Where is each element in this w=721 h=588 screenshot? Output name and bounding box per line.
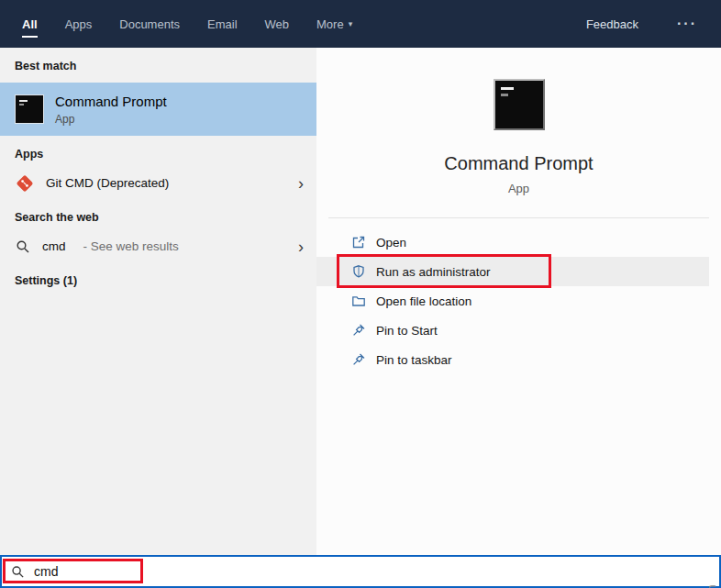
result-git-cmd[interactable]: Git CMD (Deprecated) › <box>0 167 316 199</box>
settings-section-header: Settings (1) <box>0 262 316 294</box>
search-input[interactable] <box>34 564 236 579</box>
tab-all-label: All <box>22 17 38 31</box>
web-suffix-label: - See web results <box>83 239 179 253</box>
tab-all[interactable]: All <box>22 11 38 38</box>
pin-icon <box>351 352 366 367</box>
search-filter-bar: All Apps Documents Email Web More ▾ Feed… <box>0 0 721 48</box>
action-run-as-administrator[interactable]: Run as administrator <box>316 257 709 286</box>
tab-web-label: Web <box>265 17 290 31</box>
open-icon <box>351 235 366 250</box>
command-prompt-icon <box>15 94 44 124</box>
chevron-down-icon: ▾ <box>349 19 353 28</box>
detail-panel: Command Prompt App Open <box>316 48 721 555</box>
best-match-subtitle: App <box>55 113 167 126</box>
shield-icon <box>351 264 366 279</box>
action-pin-to-taskbar-label: Pin to taskbar <box>376 353 452 367</box>
action-pin-to-start-label: Pin to Start <box>376 324 438 338</box>
tab-email-label: Email <box>207 17 238 31</box>
divider <box>328 217 709 218</box>
best-match-text: Command Prompt App <box>55 94 167 126</box>
filter-tabs: All Apps Documents Email Web More ▾ <box>22 0 352 48</box>
search-icon <box>11 565 25 579</box>
action-open-file-location-label: Open file location <box>376 294 471 308</box>
tab-apps-label: Apps <box>65 17 93 31</box>
tab-apps[interactable]: Apps <box>65 11 93 38</box>
results-panel: Best match Command Prompt App Apps <box>0 48 316 555</box>
web-section-header: Search the web <box>0 199 316 230</box>
best-match-title: Command Prompt <box>55 94 167 109</box>
folder-icon <box>351 294 366 308</box>
action-open-label: Open <box>376 236 406 250</box>
app-hero: Command Prompt App <box>316 48 721 195</box>
action-open[interactable]: Open <box>316 227 709 257</box>
windows-search-flyout: All Apps Documents Email Web More ▾ Feed… <box>0 0 721 588</box>
tab-more[interactable]: More ▾ <box>316 11 352 38</box>
tab-email[interactable]: Email <box>207 11 238 38</box>
more-options-icon[interactable]: ··· <box>677 16 697 32</box>
tab-documents-label: Documents <box>119 17 180 31</box>
web-query-label: cmd <box>42 239 66 253</box>
chevron-right-icon[interactable]: › <box>298 239 304 255</box>
action-run-as-administrator-label: Run as administrator <box>376 265 491 279</box>
result-web-cmd[interactable]: cmd - See web results › <box>0 230 316 262</box>
topbar-right: Feedback ··· <box>586 16 697 32</box>
command-prompt-icon-large <box>494 79 545 130</box>
app-subtitle: App <box>508 182 529 195</box>
watermark: wikigain.com <box>704 584 718 588</box>
tab-more-label: More <box>316 17 344 31</box>
context-actions: Open Run as administrator <box>316 227 721 374</box>
chevron-right-icon[interactable]: › <box>298 175 304 192</box>
best-match-header: Best match <box>0 48 316 79</box>
best-match-command-prompt[interactable]: Command Prompt App <box>0 83 316 136</box>
action-open-file-location[interactable]: Open file location <box>316 286 709 316</box>
action-pin-to-taskbar[interactable]: Pin to taskbar <box>316 345 709 374</box>
apps-section-header: Apps <box>0 136 316 167</box>
search-results-body: Best match Command Prompt App Apps <box>0 48 721 555</box>
taskbar-search-box[interactable] <box>0 555 721 588</box>
pin-icon <box>351 323 366 338</box>
action-pin-to-start[interactable]: Pin to Start <box>316 316 709 345</box>
tab-documents[interactable]: Documents <box>119 11 180 38</box>
git-cmd-label: Git CMD (Deprecated) <box>46 176 169 190</box>
feedback-button[interactable]: Feedback <box>586 17 638 31</box>
app-title: Command Prompt <box>444 153 593 174</box>
search-icon <box>16 239 30 254</box>
tab-web[interactable]: Web <box>265 11 290 38</box>
git-icon <box>16 174 34 193</box>
